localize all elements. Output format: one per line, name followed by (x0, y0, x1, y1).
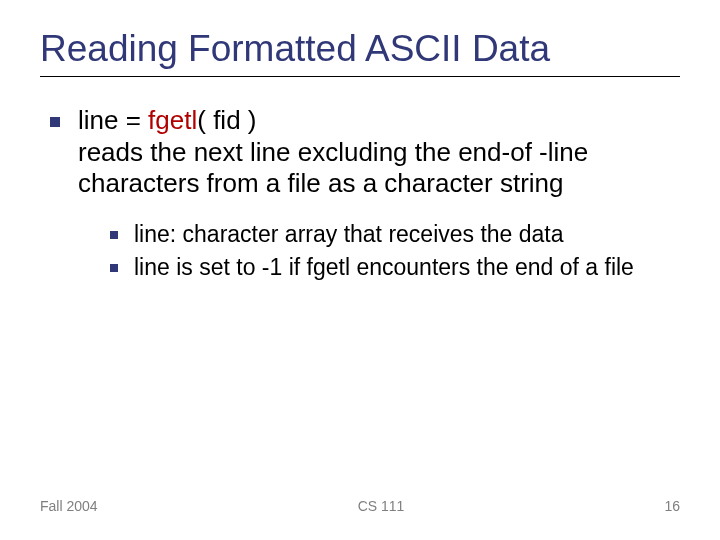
square-bullet-icon (50, 117, 60, 127)
sub-bullet-text: line is set to -1 if fgetl encounters th… (134, 253, 634, 282)
bullet-level2: line: character array that receives the … (110, 220, 680, 249)
footer-left: Fall 2004 (40, 498, 98, 514)
slide: Reading Formatted ASCII Data line = fget… (0, 0, 720, 540)
footer-center: CS 111 (358, 498, 405, 514)
slide-title: Reading Formatted ASCII Data (40, 28, 680, 77)
bullet-text: line = fgetl( fid ) reads the next line … (78, 105, 680, 200)
function-name: fgetl (148, 105, 197, 135)
slide-body: line = fgetl( fid ) reads the next line … (40, 105, 680, 282)
footer-page-number: 16 (664, 498, 680, 514)
code-suffix: ( fid ) (197, 105, 256, 135)
slide-footer: Fall 2004 CS 111 16 (40, 498, 680, 514)
code-prefix: line = (78, 105, 148, 135)
square-bullet-icon (110, 264, 118, 272)
sub-bullet-text: line: character array that receives the … (134, 220, 564, 249)
bullet-level1: line = fgetl( fid ) reads the next line … (50, 105, 680, 200)
square-bullet-icon (110, 231, 118, 239)
bullet-level2: line is set to -1 if fgetl encounters th… (110, 253, 680, 282)
bullet-desc: reads the next line excluding the end-of… (78, 137, 588, 199)
sub-bullets: line: character array that receives the … (50, 220, 680, 282)
